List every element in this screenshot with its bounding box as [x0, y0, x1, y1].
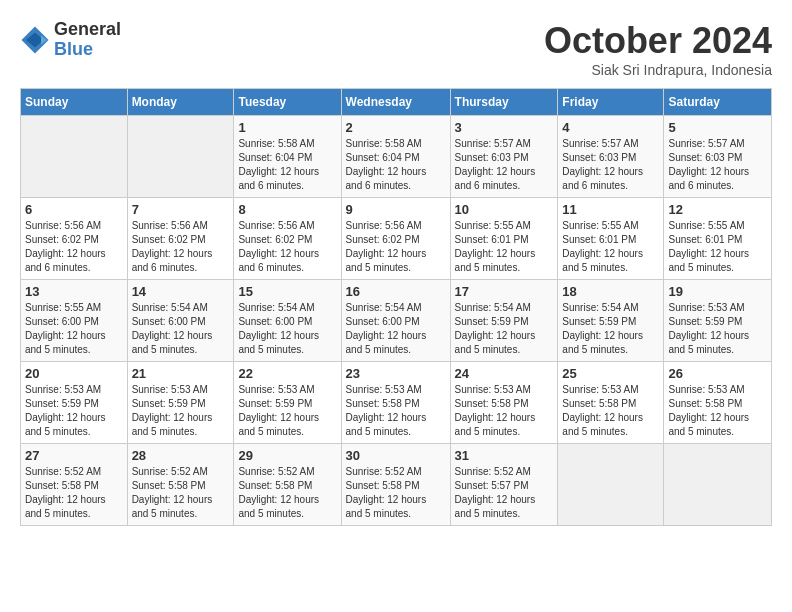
day-info: Sunrise: 5:56 AM Sunset: 6:02 PM Dayligh…: [238, 219, 336, 275]
calendar-week-4: 20Sunrise: 5:53 AM Sunset: 5:59 PM Dayli…: [21, 362, 772, 444]
calendar-cell: 21Sunrise: 5:53 AM Sunset: 5:59 PM Dayli…: [127, 362, 234, 444]
day-info: Sunrise: 5:52 AM Sunset: 5:58 PM Dayligh…: [25, 465, 123, 521]
calendar-cell: 27Sunrise: 5:52 AM Sunset: 5:58 PM Dayli…: [21, 444, 128, 526]
day-number: 6: [25, 202, 123, 217]
calendar-cell: 19Sunrise: 5:53 AM Sunset: 5:59 PM Dayli…: [664, 280, 772, 362]
day-info: Sunrise: 5:58 AM Sunset: 6:04 PM Dayligh…: [346, 137, 446, 193]
header-cell-monday: Monday: [127, 89, 234, 116]
calendar-cell: 11Sunrise: 5:55 AM Sunset: 6:01 PM Dayli…: [558, 198, 664, 280]
day-info: Sunrise: 5:53 AM Sunset: 5:58 PM Dayligh…: [668, 383, 767, 439]
day-number: 21: [132, 366, 230, 381]
day-info: Sunrise: 5:54 AM Sunset: 5:59 PM Dayligh…: [455, 301, 554, 357]
day-number: 11: [562, 202, 659, 217]
calendar-cell: 15Sunrise: 5:54 AM Sunset: 6:00 PM Dayli…: [234, 280, 341, 362]
day-number: 16: [346, 284, 446, 299]
day-number: 8: [238, 202, 336, 217]
day-number: 15: [238, 284, 336, 299]
day-info: Sunrise: 5:53 AM Sunset: 5:59 PM Dayligh…: [25, 383, 123, 439]
day-info: Sunrise: 5:56 AM Sunset: 6:02 PM Dayligh…: [25, 219, 123, 275]
calendar-cell: 6Sunrise: 5:56 AM Sunset: 6:02 PM Daylig…: [21, 198, 128, 280]
day-info: Sunrise: 5:55 AM Sunset: 6:00 PM Dayligh…: [25, 301, 123, 357]
calendar-cell: 1Sunrise: 5:58 AM Sunset: 6:04 PM Daylig…: [234, 116, 341, 198]
day-info: Sunrise: 5:54 AM Sunset: 5:59 PM Dayligh…: [562, 301, 659, 357]
day-number: 5: [668, 120, 767, 135]
calendar-cell: 25Sunrise: 5:53 AM Sunset: 5:58 PM Dayli…: [558, 362, 664, 444]
logo-blue: Blue: [54, 40, 121, 60]
day-info: Sunrise: 5:57 AM Sunset: 6:03 PM Dayligh…: [562, 137, 659, 193]
calendar-cell: 5Sunrise: 5:57 AM Sunset: 6:03 PM Daylig…: [664, 116, 772, 198]
day-number: 25: [562, 366, 659, 381]
header-row: SundayMondayTuesdayWednesdayThursdayFrid…: [21, 89, 772, 116]
day-number: 4: [562, 120, 659, 135]
calendar-cell: [558, 444, 664, 526]
logo-general: General: [54, 20, 121, 40]
day-info: Sunrise: 5:58 AM Sunset: 6:04 PM Dayligh…: [238, 137, 336, 193]
calendar-body: 1Sunrise: 5:58 AM Sunset: 6:04 PM Daylig…: [21, 116, 772, 526]
calendar-cell: 20Sunrise: 5:53 AM Sunset: 5:59 PM Dayli…: [21, 362, 128, 444]
day-number: 29: [238, 448, 336, 463]
day-number: 13: [25, 284, 123, 299]
logo-text: General Blue: [54, 20, 121, 60]
day-info: Sunrise: 5:53 AM Sunset: 5:58 PM Dayligh…: [346, 383, 446, 439]
day-number: 7: [132, 202, 230, 217]
day-info: Sunrise: 5:57 AM Sunset: 6:03 PM Dayligh…: [668, 137, 767, 193]
day-number: 23: [346, 366, 446, 381]
day-number: 28: [132, 448, 230, 463]
day-number: 3: [455, 120, 554, 135]
calendar-cell: 2Sunrise: 5:58 AM Sunset: 6:04 PM Daylig…: [341, 116, 450, 198]
month-title: October 2024: [544, 20, 772, 62]
day-number: 2: [346, 120, 446, 135]
day-number: 17: [455, 284, 554, 299]
calendar-cell: 31Sunrise: 5:52 AM Sunset: 5:57 PM Dayli…: [450, 444, 558, 526]
calendar-cell: 10Sunrise: 5:55 AM Sunset: 6:01 PM Dayli…: [450, 198, 558, 280]
day-info: Sunrise: 5:55 AM Sunset: 6:01 PM Dayligh…: [562, 219, 659, 275]
day-info: Sunrise: 5:54 AM Sunset: 6:00 PM Dayligh…: [346, 301, 446, 357]
day-info: Sunrise: 5:52 AM Sunset: 5:57 PM Dayligh…: [455, 465, 554, 521]
day-info: Sunrise: 5:52 AM Sunset: 5:58 PM Dayligh…: [346, 465, 446, 521]
calendar-cell: 16Sunrise: 5:54 AM Sunset: 6:00 PM Dayli…: [341, 280, 450, 362]
calendar-cell: 3Sunrise: 5:57 AM Sunset: 6:03 PM Daylig…: [450, 116, 558, 198]
header-cell-sunday: Sunday: [21, 89, 128, 116]
header-cell-friday: Friday: [558, 89, 664, 116]
day-number: 19: [668, 284, 767, 299]
calendar-cell: 7Sunrise: 5:56 AM Sunset: 6:02 PM Daylig…: [127, 198, 234, 280]
day-info: Sunrise: 5:54 AM Sunset: 6:00 PM Dayligh…: [132, 301, 230, 357]
day-number: 30: [346, 448, 446, 463]
day-number: 18: [562, 284, 659, 299]
calendar-cell: 24Sunrise: 5:53 AM Sunset: 5:58 PM Dayli…: [450, 362, 558, 444]
day-info: Sunrise: 5:56 AM Sunset: 6:02 PM Dayligh…: [132, 219, 230, 275]
logo: General Blue: [20, 20, 121, 60]
day-number: 27: [25, 448, 123, 463]
day-info: Sunrise: 5:52 AM Sunset: 5:58 PM Dayligh…: [132, 465, 230, 521]
calendar-cell: 18Sunrise: 5:54 AM Sunset: 5:59 PM Dayli…: [558, 280, 664, 362]
day-number: 1: [238, 120, 336, 135]
calendar-cell: [664, 444, 772, 526]
calendar-cell: 8Sunrise: 5:56 AM Sunset: 6:02 PM Daylig…: [234, 198, 341, 280]
calendar-week-2: 6Sunrise: 5:56 AM Sunset: 6:02 PM Daylig…: [21, 198, 772, 280]
calendar-week-1: 1Sunrise: 5:58 AM Sunset: 6:04 PM Daylig…: [21, 116, 772, 198]
calendar-cell: 30Sunrise: 5:52 AM Sunset: 5:58 PM Dayli…: [341, 444, 450, 526]
logo-icon: [20, 25, 50, 55]
header-cell-wednesday: Wednesday: [341, 89, 450, 116]
calendar-week-5: 27Sunrise: 5:52 AM Sunset: 5:58 PM Dayli…: [21, 444, 772, 526]
calendar-cell: 4Sunrise: 5:57 AM Sunset: 6:03 PM Daylig…: [558, 116, 664, 198]
calendar-cell: 12Sunrise: 5:55 AM Sunset: 6:01 PM Dayli…: [664, 198, 772, 280]
calendar-cell: 29Sunrise: 5:52 AM Sunset: 5:58 PM Dayli…: [234, 444, 341, 526]
day-info: Sunrise: 5:56 AM Sunset: 6:02 PM Dayligh…: [346, 219, 446, 275]
calendar-table: SundayMondayTuesdayWednesdayThursdayFrid…: [20, 88, 772, 526]
calendar-header: SundayMondayTuesdayWednesdayThursdayFrid…: [21, 89, 772, 116]
day-info: Sunrise: 5:53 AM Sunset: 5:59 PM Dayligh…: [132, 383, 230, 439]
day-info: Sunrise: 5:53 AM Sunset: 5:58 PM Dayligh…: [562, 383, 659, 439]
day-number: 12: [668, 202, 767, 217]
calendar-cell: 22Sunrise: 5:53 AM Sunset: 5:59 PM Dayli…: [234, 362, 341, 444]
calendar-cell: 17Sunrise: 5:54 AM Sunset: 5:59 PM Dayli…: [450, 280, 558, 362]
day-number: 9: [346, 202, 446, 217]
day-number: 10: [455, 202, 554, 217]
day-number: 22: [238, 366, 336, 381]
calendar-cell: [127, 116, 234, 198]
calendar-cell: 23Sunrise: 5:53 AM Sunset: 5:58 PM Dayli…: [341, 362, 450, 444]
calendar-cell: 13Sunrise: 5:55 AM Sunset: 6:00 PM Dayli…: [21, 280, 128, 362]
header-cell-saturday: Saturday: [664, 89, 772, 116]
title-section: October 2024 Siak Sri Indrapura, Indones…: [544, 20, 772, 78]
calendar-cell: 14Sunrise: 5:54 AM Sunset: 6:00 PM Dayli…: [127, 280, 234, 362]
